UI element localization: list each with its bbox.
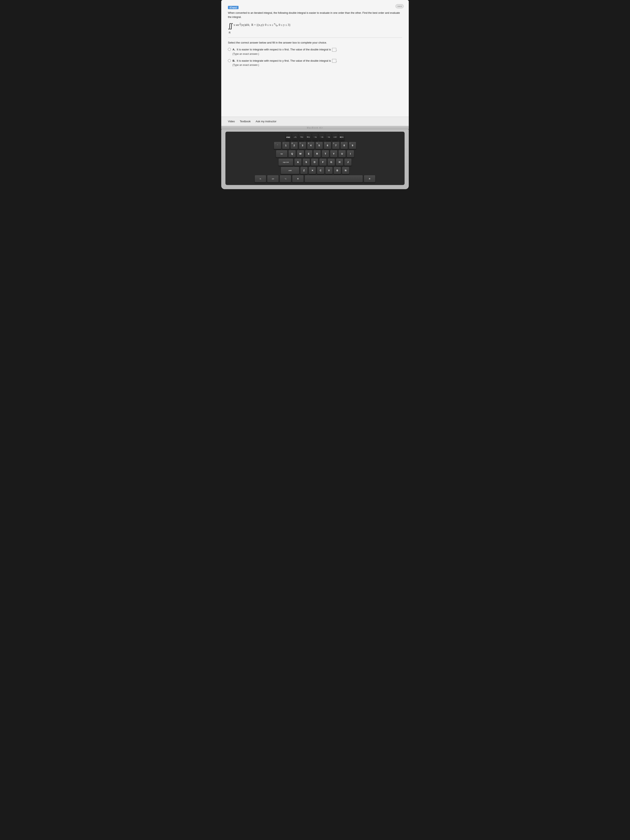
key-f[interactable]: F bbox=[319, 158, 327, 166]
key-1[interactable]: !1 bbox=[282, 142, 290, 149]
macbook-label: MacBook Air bbox=[307, 127, 323, 129]
bottom-key-row: fn ctrl ⌥ ⌘ ⌘ bbox=[227, 175, 403, 183]
key-backtick[interactable]: ~` bbox=[274, 142, 281, 149]
key-t[interactable]: T bbox=[322, 150, 329, 158]
more-options-button[interactable]: • • • bbox=[395, 4, 404, 8]
region-label: R bbox=[229, 31, 402, 34]
key-tab[interactable]: tab bbox=[276, 150, 287, 158]
key-f2[interactable]: ☀F2 bbox=[299, 133, 305, 141]
key-esc[interactable]: esc bbox=[286, 133, 291, 141]
asdf-row: caps lock A S D F G H J bbox=[227, 158, 403, 166]
key-s[interactable]: S bbox=[303, 158, 310, 166]
option-b-row: B. It is easier to integrate with respec… bbox=[228, 59, 402, 67]
key-caps[interactable]: caps lock bbox=[278, 158, 293, 166]
zxcv-row: shift Z ✕ C V B N bbox=[227, 167, 403, 174]
option-b-letter: B. It is easier to integrate with respec… bbox=[232, 59, 337, 62]
key-i[interactable]: I bbox=[347, 150, 354, 158]
question-section: Select the correct answer below and fill… bbox=[228, 41, 402, 67]
key-c[interactable]: C bbox=[317, 167, 324, 174]
problem-instruction: When converted to an iterated integral, … bbox=[228, 11, 402, 19]
keyboard: esc ☼F1 ☀F2 ⊞F3 ⋯F4 ⋯F5 ⋯F6 ◁◁F7 ▶||F8 ~… bbox=[226, 132, 404, 185]
key-f5[interactable]: ⋯F5 bbox=[319, 133, 325, 141]
key-3[interactable]: #3 bbox=[299, 142, 306, 149]
key-f3[interactable]: ⊞F3 bbox=[305, 133, 311, 141]
integral-expression: x sec2(xy)dA; R = {(x,y): 0 ≤ x ≤ π/9, 0… bbox=[234, 22, 291, 27]
option-a-row: A. It is easier to integrate with respec… bbox=[228, 47, 402, 56]
key-ctrl[interactable]: ctrl bbox=[267, 175, 279, 183]
key-u[interactable]: U bbox=[338, 150, 346, 158]
key-v[interactable]: V bbox=[325, 167, 333, 174]
key-cmd-left[interactable]: ⌘ bbox=[292, 175, 304, 183]
option-b-type-note: (Type an exact answer.) bbox=[232, 63, 337, 67]
key-r[interactable]: R bbox=[313, 150, 321, 158]
option-a-content: A. It is easier to integrate with respec… bbox=[232, 47, 337, 56]
option-b-content: B. It is easier to integrate with respec… bbox=[232, 59, 337, 67]
key-g[interactable]: G bbox=[327, 158, 335, 166]
key-2[interactable]: @2 bbox=[291, 142, 298, 149]
copy-badge: (Copy) bbox=[228, 6, 238, 9]
double-integral-symbol: ∬ bbox=[228, 22, 233, 29]
key-q[interactable]: Q bbox=[288, 150, 296, 158]
key-e[interactable]: E bbox=[305, 150, 313, 158]
video-button[interactable]: Video bbox=[228, 119, 235, 124]
number-key-row: ~` !1 @2 #3 $4 %5 ^6 &7 *8 (9 bbox=[227, 142, 403, 149]
key-j[interactable]: J bbox=[344, 158, 352, 166]
screen-content: (Copy) • • • When converted to an iterat… bbox=[221, 0, 409, 117]
key-y[interactable]: Y bbox=[330, 150, 338, 158]
key-fn-bottom[interactable]: fn bbox=[254, 175, 266, 183]
laptop-screen: (Copy) • • • When converted to an iterat… bbox=[221, 0, 409, 126]
ask-instructor-button[interactable]: Ask my instructor bbox=[256, 119, 276, 124]
key-w[interactable]: W bbox=[297, 150, 304, 158]
spacer bbox=[228, 70, 402, 103]
integral-section: ∬ x sec2(xy)dA; R = {(x,y): 0 ≤ x ≤ π/9,… bbox=[228, 22, 402, 29]
key-8[interactable]: *8 bbox=[340, 142, 348, 149]
key-x[interactable]: ✕ bbox=[308, 167, 316, 174]
key-shift-left[interactable]: shift bbox=[281, 167, 299, 174]
option-a-letter: A. It is easier to integrate with respec… bbox=[232, 48, 337, 51]
key-a[interactable]: A bbox=[294, 158, 302, 166]
key-b[interactable]: B bbox=[333, 167, 341, 174]
key-7[interactable]: &7 bbox=[332, 142, 339, 149]
key-option[interactable]: ⌥ bbox=[279, 175, 291, 183]
keyboard-area: esc ☼F1 ☀F2 ⊞F3 ⋯F4 ⋯F5 ⋯F6 ◁◁F7 ▶||F8 ~… bbox=[221, 129, 409, 189]
key-h[interactable]: H bbox=[336, 158, 343, 166]
select-instruction: Select the correct answer below and fill… bbox=[228, 41, 402, 44]
option-a-answer-box[interactable] bbox=[332, 48, 336, 52]
top-bar: (Copy) bbox=[228, 5, 402, 11]
key-9[interactable]: (9 bbox=[349, 142, 356, 149]
option-a-radio[interactable] bbox=[228, 48, 231, 51]
function-key-row: esc ☼F1 ☀F2 ⊞F3 ⋯F4 ⋯F5 ⋯F6 ◁◁F7 ▶||F8 bbox=[227, 133, 403, 141]
key-f1[interactable]: ☼F1 bbox=[292, 133, 298, 141]
key-f4[interactable]: ⋯F4 bbox=[312, 133, 318, 141]
key-4[interactable]: $4 bbox=[307, 142, 314, 149]
key-d[interactable]: D bbox=[311, 158, 318, 166]
integral-formula: x sec2(xy)dA; R = {(x,y): 0 ≤ x ≤ π/9, 0… bbox=[234, 22, 291, 27]
key-f8[interactable]: ▶||F8 bbox=[339, 133, 344, 141]
integral-content: x sec2(xy)dA; R = {(x,y): 0 ≤ x ≤ π/9, 0… bbox=[234, 22, 291, 27]
option-a-type-note: (Type an exact answer.) bbox=[232, 52, 337, 56]
macbook-bezel: MacBook Air bbox=[221, 126, 409, 129]
key-z[interactable]: Z bbox=[300, 167, 308, 174]
key-6[interactable]: ^6 bbox=[324, 142, 331, 149]
key-f6[interactable]: ⋯F6 bbox=[325, 133, 331, 141]
textbook-button[interactable]: Textbook bbox=[240, 119, 251, 124]
option-b-answer-box[interactable] bbox=[332, 59, 336, 63]
bottom-toolbar: Video Textbook Ask my instructor bbox=[221, 117, 409, 126]
key-f7[interactable]: ◁◁F7 bbox=[332, 133, 338, 141]
option-b-radio[interactable] bbox=[228, 59, 231, 62]
qwerty-row: tab Q W E R T Y U I bbox=[227, 150, 403, 158]
key-5[interactable]: %5 bbox=[316, 142, 323, 149]
key-space[interactable] bbox=[305, 175, 363, 183]
key-n[interactable]: N bbox=[342, 167, 349, 174]
key-cmd-right[interactable]: ⌘ bbox=[364, 175, 376, 183]
